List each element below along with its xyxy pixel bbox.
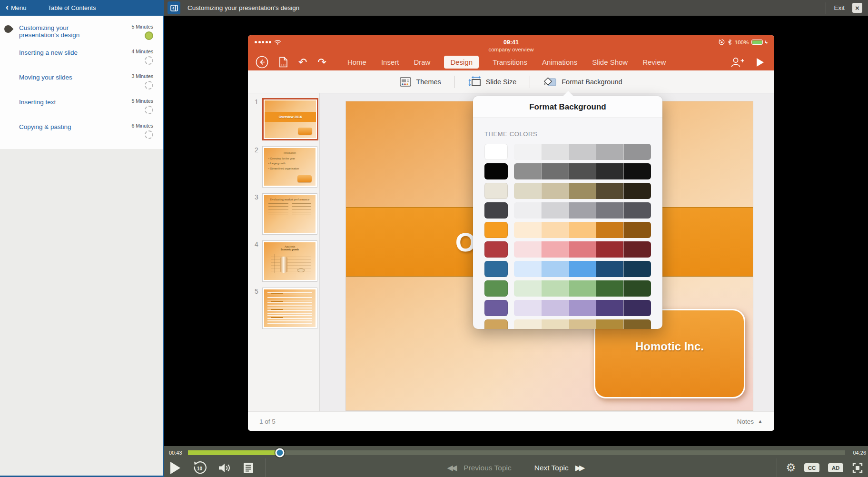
notes-toggle[interactable]: Notes ▲ [737,418,763,425]
sidebar-item-copying-pasting[interactable]: Copying & pasting 6 Minutes [0,119,163,143]
previous-topic-button[interactable]: ◀◀ Previous Topic [447,464,512,472]
theme-color-swatch[interactable] [569,222,596,238]
slide-thumbnail-4[interactable]: Analysis Economic growth [262,240,317,282]
theme-color-swatch[interactable] [514,202,541,219]
theme-color-swatch[interactable] [569,183,596,199]
play-button[interactable] [170,462,180,474]
theme-color-swatch[interactable] [484,222,508,238]
sidebar-item-inserting-text[interactable]: Inserting text 5 Minutes [0,94,163,119]
video-stage[interactable]: 09:41 100% ϟ [164,16,868,446]
theme-color-swatch[interactable] [484,300,508,316]
theme-color-swatch[interactable] [541,300,569,316]
theme-color-swatch[interactable] [596,300,623,316]
rewind-10-button[interactable]: 10 [192,461,207,475]
theme-color-swatch[interactable] [596,241,623,258]
theme-color-swatch[interactable] [623,183,651,199]
theme-color-swatch[interactable] [514,261,541,277]
format-background-button[interactable]: Format Background [543,76,622,87]
slide-thumbnail-2[interactable]: Introduction • Overview for the year • L… [262,146,317,188]
undo-icon[interactable]: ↶ [298,57,307,68]
theme-color-swatch[interactable] [569,261,596,277]
theme-color-swatch[interactable] [623,319,651,329]
theme-color-swatch[interactable] [514,300,541,316]
closed-captions-button[interactable]: CC [804,463,819,472]
theme-color-swatch[interactable] [569,280,596,297]
theme-color-swatch[interactable] [596,222,623,238]
theme-color-swatch[interactable] [569,319,596,329]
theme-color-swatch[interactable] [514,241,541,258]
tab-home[interactable]: Home [346,56,367,69]
theme-color-swatch[interactable] [541,163,569,179]
theme-color-swatch[interactable] [541,183,569,199]
theme-color-swatch[interactable] [541,222,569,238]
redo-icon[interactable]: ↷ [317,57,326,68]
settings-gear-icon[interactable]: ⚙ [786,462,796,473]
theme-color-swatch[interactable] [541,319,569,329]
theme-color-swatch[interactable] [541,280,569,297]
slide-thumbnail-1[interactable]: Overview 2016 [262,98,318,140]
audio-description-button[interactable]: AD [828,463,843,472]
theme-color-swatch[interactable] [514,222,541,238]
tab-insert[interactable]: Insert [380,56,400,69]
theme-color-swatch[interactable] [623,202,651,219]
theme-color-swatch[interactable] [623,163,651,179]
new-slide-icon[interactable] [279,57,288,68]
theme-color-swatch[interactable] [623,280,651,297]
theme-color-swatch[interactable] [484,319,508,329]
theme-color-swatch[interactable] [514,280,541,297]
tab-draw[interactable]: Draw [413,56,431,69]
theme-color-swatch[interactable] [569,144,596,160]
theme-color-swatch[interactable] [484,241,508,258]
slide-thumbnail-5[interactable] [262,288,317,329]
menu-button[interactable]: ‹ Menu [6,4,27,11]
volume-button[interactable] [218,463,231,473]
theme-color-swatch[interactable] [514,144,541,160]
seek-bar[interactable] [188,450,845,455]
theme-color-swatch[interactable] [623,300,651,316]
tab-design[interactable]: Design [444,56,479,69]
tab-animations[interactable]: Animations [541,56,578,69]
fullscreen-button[interactable] [852,462,863,474]
theme-color-swatch[interactable] [569,163,596,179]
slide-thumbnail-3[interactable]: Evaluating market performance [262,193,317,235]
theme-color-swatch[interactable] [596,280,623,297]
themes-button[interactable]: Themes [400,77,441,87]
theme-color-swatch[interactable] [541,202,569,219]
back-icon[interactable] [256,56,268,69]
theme-color-swatch[interactable] [623,222,651,238]
theme-color-swatch[interactable] [569,300,596,316]
theme-color-swatch[interactable] [596,163,623,179]
theme-color-swatch[interactable] [484,261,508,277]
transcript-button[interactable] [243,462,254,474]
theme-color-swatch[interactable] [541,261,569,277]
theme-color-swatch[interactable] [484,202,508,219]
sidebar-item-customizing-design[interactable]: Customizing your presentation's design 5… [0,20,163,44]
theme-color-swatch[interactable] [484,183,508,199]
tab-slide-show[interactable]: Slide Show [591,56,629,69]
theme-color-swatch[interactable] [569,202,596,219]
theme-color-swatch[interactable] [596,202,623,219]
theme-color-swatch[interactable] [596,183,623,199]
theme-color-swatch[interactable] [514,183,541,199]
theme-color-swatch[interactable] [596,261,623,277]
seek-knob[interactable] [276,448,285,457]
theme-color-swatch[interactable] [514,319,541,329]
theme-color-swatch[interactable] [596,319,623,329]
theme-color-swatch[interactable] [623,144,651,160]
sidebar-item-moving-your-slides[interactable]: Moving your slides 3 Minutes [0,69,163,94]
tab-review[interactable]: Review [641,56,667,69]
theme-color-swatch[interactable] [569,241,596,258]
theme-color-swatch[interactable] [541,241,569,258]
theme-color-swatch[interactable] [484,144,508,160]
exit-button[interactable]: Exit [834,4,845,11]
theme-color-swatch[interactable] [623,241,651,258]
theme-color-swatch[interactable] [623,261,651,277]
theme-color-swatch[interactable] [484,280,508,297]
tab-transitions[interactable]: Transitions [492,56,528,69]
theme-color-swatch[interactable] [541,144,569,160]
theme-color-swatch[interactable] [514,163,541,179]
share-add-people-icon[interactable] [730,57,744,68]
theme-color-swatch[interactable] [484,163,508,179]
theme-color-swatch[interactable] [596,144,623,160]
present-play-icon[interactable] [757,58,764,67]
